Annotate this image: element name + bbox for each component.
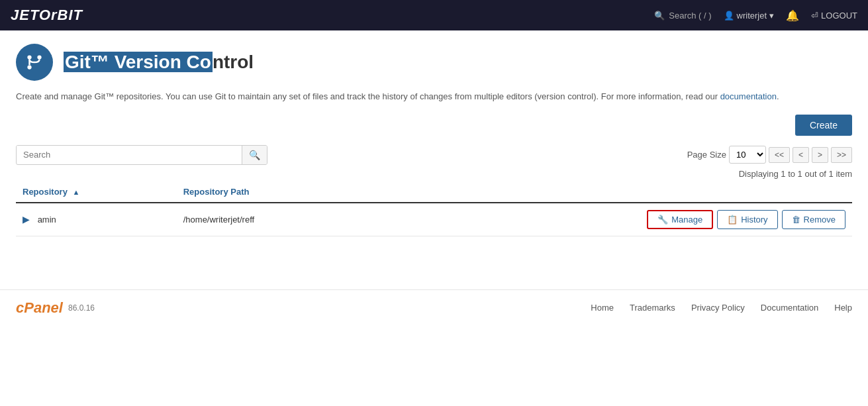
nav-user[interactable]: 👤 writerjet ▾	[724, 11, 775, 21]
history-icon: 📋	[727, 215, 738, 225]
nav-notifications[interactable]: 🔔	[786, 9, 799, 22]
pagination-prev-button[interactable]: <	[793, 147, 809, 163]
remove-button[interactable]: 🗑 Remove	[782, 210, 845, 229]
col-repository-path: Repository Path	[177, 181, 369, 203]
documentation-link[interactable]: documentation	[720, 91, 777, 101]
display-info: Displaying 1 to 1 out of 1 item	[16, 169, 852, 179]
nav-right: 🔍 Search ( / ) 👤 writerjet ▾ 🔔 ⏎ LOGOUT	[654, 9, 857, 22]
git-icon	[16, 44, 53, 81]
user-icon: 👤	[724, 11, 734, 21]
pagination-controls: Page Size 10 25 50 100 << < > >>	[687, 146, 852, 164]
search-button[interactable]: 🔍	[242, 146, 267, 164]
page-title: Git™ Version Control	[64, 52, 254, 73]
search-pagination-bar: 🔍 Page Size 10 25 50 100 << < > >>	[16, 145, 852, 165]
search-box: 🔍	[16, 145, 267, 165]
repo-actions-cell: 🔧 Manage 📋 History 🗑 Remove	[369, 203, 852, 236]
col-actions	[369, 181, 852, 203]
page-size-label: Page Size	[687, 150, 726, 160]
expand-icon[interactable]: ▶	[23, 214, 30, 225]
footer-brand: cPanel 86.0.16	[16, 299, 95, 317]
wrench-icon: 🔧	[657, 215, 668, 225]
nav-logout[interactable]: ⏎ LOGOUT	[811, 11, 857, 21]
footer-link[interactable]: Help	[834, 303, 852, 313]
pagination-first-button[interactable]: <<	[769, 147, 790, 163]
repository-table: Repository ▲ Repository Path ▶ amin /hom…	[16, 181, 852, 236]
repo-path-cell: /home/writerjet/reff	[177, 203, 369, 236]
svg-point-0	[27, 55, 31, 59]
chevron-down-icon: ▾	[769, 11, 774, 21]
history-button[interactable]: 📋 History	[717, 210, 777, 229]
trash-icon: 🗑	[792, 215, 800, 225]
nav-search[interactable]: 🔍 Search ( / )	[654, 11, 711, 21]
sort-icon: ▲	[73, 188, 80, 196]
top-navbar: JETOrBIT 🔍 Search ( / ) 👤 writerjet ▾ 🔔 …	[0, 0, 868, 30]
toolbar: Create	[16, 115, 852, 136]
col-repository[interactable]: Repository ▲	[16, 181, 177, 203]
table-row: ▶ amin /home/writerjet/reff 🔧 Manage 📋 H…	[16, 203, 852, 236]
action-buttons: 🔧 Manage 📋 History 🗑 Remove	[375, 210, 845, 229]
cpanel-version: 86.0.16	[68, 303, 95, 313]
create-button[interactable]: Create	[795, 115, 852, 136]
svg-point-2	[27, 65, 31, 69]
svg-point-1	[37, 55, 41, 59]
footer-link[interactable]: Trademarks	[630, 303, 675, 313]
repo-path: /home/writerjet/reff	[183, 215, 254, 225]
manage-button[interactable]: 🔧 Manage	[647, 210, 713, 229]
main-content: Git™ Version Control Create and manage G…	[0, 30, 868, 250]
cpanel-logo: cPanel	[16, 299, 63, 317]
footer-links: HomeTrademarksPrivacy PolicyDocumentatio…	[591, 303, 852, 313]
footer: cPanel 86.0.16 HomeTrademarksPrivacy Pol…	[0, 289, 868, 326]
logo: JETOrBIT	[11, 7, 83, 24]
page-size-select[interactable]: 10 25 50 100	[729, 146, 766, 164]
pagination-last-button[interactable]: >>	[831, 147, 852, 163]
pagination-next-button[interactable]: >	[812, 147, 828, 163]
page-description: Create and manage Git™ repositories. You…	[16, 90, 852, 104]
footer-link[interactable]: Documentation	[761, 303, 818, 313]
footer-link[interactable]: Privacy Policy	[691, 303, 745, 313]
repo-name: amin	[38, 215, 56, 225]
repo-name-cell: ▶ amin	[16, 203, 177, 236]
footer-link[interactable]: Home	[591, 303, 614, 313]
search-input[interactable]	[17, 146, 242, 164]
page-header: Git™ Version Control	[16, 44, 852, 81]
logout-icon: ⏎	[811, 11, 818, 21]
search-icon: 🔍	[654, 11, 665, 21]
